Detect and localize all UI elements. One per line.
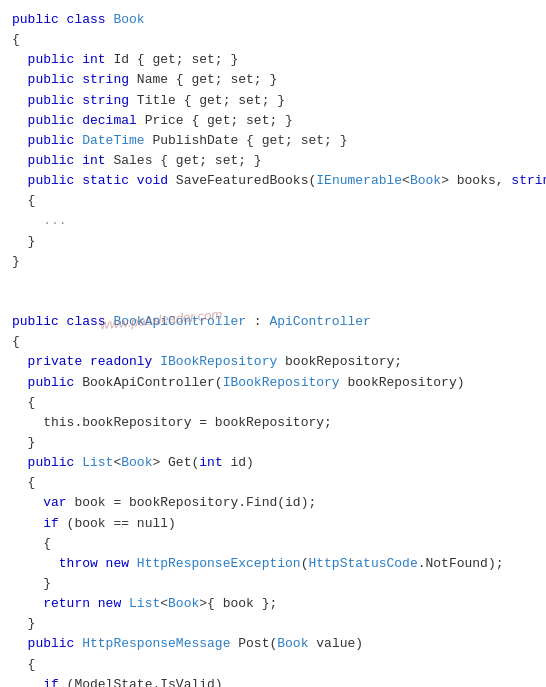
code-line: public HttpResponseMessage Post(Book val… bbox=[12, 634, 534, 654]
code-token: public bbox=[12, 133, 82, 148]
code-line: public int Id { get; set; } bbox=[12, 50, 534, 70]
code-token: Book bbox=[168, 596, 199, 611]
code-line: public BookApiController(IBookRepository… bbox=[12, 373, 534, 393]
code-token: (book == null) bbox=[59, 516, 176, 531]
code-token: { bbox=[12, 536, 51, 551]
code-token: id) bbox=[223, 455, 254, 470]
code-token: int bbox=[82, 52, 105, 67]
code-token: class bbox=[67, 314, 114, 329]
code-token: .NotFound); bbox=[418, 556, 504, 571]
code-token: > Get( bbox=[152, 455, 199, 470]
code-token: value) bbox=[308, 636, 363, 651]
code-token: Price { get; set; } bbox=[137, 113, 293, 128]
code-line: if (ModelState.IsValid) bbox=[12, 675, 534, 687]
code-token: readonly bbox=[90, 354, 160, 369]
code-token: SaveFeaturedBooks( bbox=[168, 173, 316, 188]
code-token: < bbox=[160, 596, 168, 611]
code-token: decimal bbox=[82, 113, 137, 128]
code-token: if bbox=[12, 677, 59, 687]
code-token: List bbox=[129, 596, 160, 611]
code-token: Book bbox=[113, 12, 144, 27]
code-token: IEnumerable bbox=[316, 173, 402, 188]
code-line bbox=[12, 272, 534, 292]
code-line: { bbox=[12, 191, 534, 211]
code-token: DateTime bbox=[82, 133, 144, 148]
code-token: BookApiController( bbox=[82, 375, 222, 390]
code-token: IBookRepository bbox=[223, 375, 340, 390]
code-token: int bbox=[199, 455, 222, 470]
code-token: book = bookRepository.Find(id); bbox=[67, 495, 317, 510]
code-token: public bbox=[12, 455, 82, 470]
code-line: } bbox=[12, 614, 534, 634]
code-token: if bbox=[12, 516, 59, 531]
code-token: BookApiController bbox=[113, 314, 246, 329]
code-token: throw new bbox=[12, 556, 137, 571]
code-token: } bbox=[12, 254, 20, 269]
code-token: Book bbox=[410, 173, 441, 188]
code-token: this.bookRepository = bookRepository; bbox=[12, 415, 332, 430]
code-token: HttpResponseException bbox=[137, 556, 301, 571]
code-token: Sales { get; set; } bbox=[106, 153, 262, 168]
code-token: { bbox=[12, 657, 35, 672]
code-line: private readonly IBookRepository bookRep… bbox=[12, 352, 534, 372]
code-token: bookRepository; bbox=[277, 354, 402, 369]
code-line: return new List<Book>{ book }; bbox=[12, 594, 534, 614]
code-line: { bbox=[12, 473, 534, 493]
code-token: { bbox=[12, 395, 35, 410]
code-token: return new bbox=[12, 596, 129, 611]
code-line: } bbox=[12, 252, 534, 272]
code-line: public string Title { get; set; } bbox=[12, 91, 534, 111]
code-token: ... bbox=[12, 213, 67, 228]
code-token: } bbox=[12, 576, 51, 591]
code-token: { bbox=[12, 193, 35, 208]
code-line: throw new HttpResponseException(HttpStat… bbox=[12, 554, 534, 574]
code-line: public int Sales { get; set; } bbox=[12, 151, 534, 171]
code-line: { bbox=[12, 534, 534, 554]
code-token: public bbox=[12, 12, 67, 27]
code-token: Book bbox=[277, 636, 308, 651]
code-token: static bbox=[82, 173, 137, 188]
code-line: public static void SaveFeaturedBooks(IEn… bbox=[12, 171, 534, 191]
code-line: public List<Book> Get(int id) bbox=[12, 453, 534, 473]
code-token: Name { get; set; } bbox=[129, 72, 277, 87]
code-token: { bbox=[12, 32, 20, 47]
code-token: class bbox=[67, 12, 114, 27]
code-token: HttpResponseMessage bbox=[82, 636, 230, 651]
code-token: public bbox=[12, 52, 82, 67]
code-line: public class BookApiController : ApiCont… bbox=[12, 312, 534, 332]
code-token: { bbox=[12, 475, 35, 490]
code-token: HttpStatusCode bbox=[308, 556, 417, 571]
code-token: public bbox=[12, 375, 82, 390]
code-line: public DateTime PublishDate { get; set; … bbox=[12, 131, 534, 151]
code-token: { bbox=[12, 334, 20, 349]
code-token: string bbox=[511, 173, 546, 188]
code-token: public bbox=[12, 173, 82, 188]
code-token: int bbox=[82, 153, 105, 168]
code-token: string bbox=[82, 72, 129, 87]
code-token: List bbox=[82, 455, 113, 470]
code-line: } bbox=[12, 232, 534, 252]
code-viewer: www.passleader.com public class Book{ pu… bbox=[0, 0, 546, 687]
code-token: IBookRepository bbox=[160, 354, 277, 369]
code-line: { bbox=[12, 332, 534, 352]
code-line: var book = bookRepository.Find(id); bbox=[12, 493, 534, 513]
code-line: if (book == null) bbox=[12, 514, 534, 534]
code-line: } bbox=[12, 433, 534, 453]
code-line: this.bookRepository = bookRepository; bbox=[12, 413, 534, 433]
code-token: void bbox=[137, 173, 168, 188]
code-token: string bbox=[82, 93, 129, 108]
code-token: < bbox=[402, 173, 410, 188]
code-token: public bbox=[12, 93, 82, 108]
code-line: public decimal Price { get; set; } bbox=[12, 111, 534, 131]
code-line: } bbox=[12, 574, 534, 594]
code-token: : bbox=[246, 314, 269, 329]
code-token: Title { get; set; } bbox=[129, 93, 285, 108]
code-line: { bbox=[12, 393, 534, 413]
code-token: (ModelState.IsValid) bbox=[59, 677, 223, 687]
code-line: ... bbox=[12, 211, 534, 231]
code-token: public bbox=[12, 153, 82, 168]
code-token: public bbox=[12, 72, 82, 87]
code-token: Post( bbox=[230, 636, 277, 651]
code-token: } bbox=[12, 234, 35, 249]
code-token: >{ book }; bbox=[199, 596, 277, 611]
